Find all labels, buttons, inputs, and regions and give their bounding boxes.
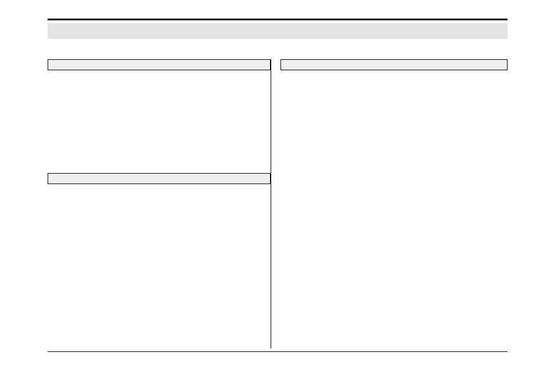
bottom-rule [48, 351, 508, 352]
section-header-left-1 [48, 59, 271, 70]
section-header-right-1 [280, 59, 508, 70]
column-divider [271, 59, 271, 348]
page-container [48, 19, 508, 352]
top-rule [48, 19, 508, 20]
column-left [48, 59, 271, 348]
columns-wrap [48, 59, 508, 348]
column-right [280, 59, 508, 348]
section-header-left-2 [48, 173, 271, 184]
header-bar [48, 23, 508, 39]
